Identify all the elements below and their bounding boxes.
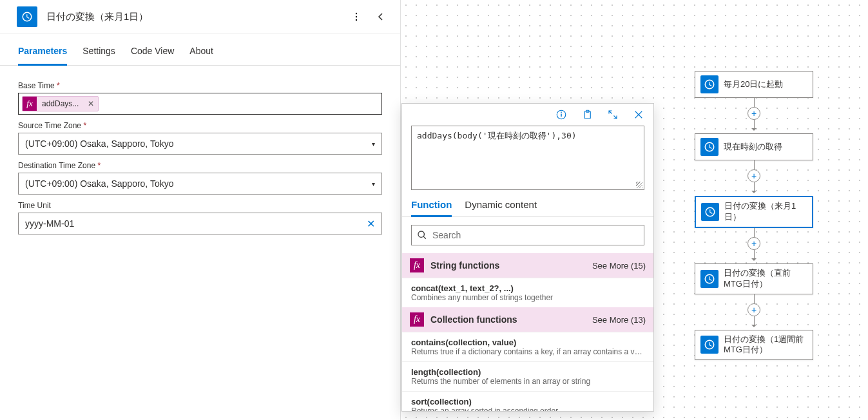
function-search[interactable] bbox=[432, 230, 639, 240]
svg-point-1 bbox=[356, 16, 357, 17]
function-category[interactable]: fxString functionsSee More (15) bbox=[402, 253, 653, 278]
field-label: Time Unit bbox=[18, 201, 382, 210]
add-step-button[interactable]: + bbox=[747, 107, 760, 120]
add-step-button[interactable]: + bbox=[747, 237, 760, 250]
clock-icon bbox=[700, 138, 719, 156]
clock-icon bbox=[701, 203, 719, 221]
properties-panel: 日付の変換（来月1日） ParametersSettingsCode ViewA… bbox=[0, 0, 401, 420]
function-item[interactable]: concat(text_1, text_2?, ...)Combines any… bbox=[402, 278, 653, 307]
flow-diagram: 毎月20日に起動+現在時刻の取得+日付の変換（来月1日）+日付の変換（直前MTG… bbox=[695, 71, 813, 360]
flow-connector: + bbox=[747, 294, 760, 330]
fx-icon: fx bbox=[23, 97, 37, 111]
search-icon bbox=[417, 230, 427, 240]
add-step-button[interactable]: + bbox=[747, 169, 760, 182]
see-more-link[interactable]: See More (13) bbox=[592, 315, 646, 325]
clear-icon[interactable]: ✕ bbox=[367, 218, 375, 230]
info-icon[interactable] bbox=[555, 109, 567, 120]
source-timezone-select[interactable]: (UTC+09:00) Osaka, Sapporo, Tokyo ▾ bbox=[18, 133, 382, 155]
close-icon[interactable] bbox=[633, 109, 644, 120]
svg-rect-4 bbox=[561, 114, 562, 117]
expression-tabs: FunctionDynamic content bbox=[402, 195, 653, 217]
field-label: Source Time Zone * bbox=[18, 121, 382, 130]
tab-dynamic-content[interactable]: Dynamic content bbox=[465, 199, 537, 216]
flow-step[interactable]: 日付の変換（1週間前MTG日付） bbox=[695, 330, 813, 361]
panel-tabs: ParametersSettingsCode ViewAbout bbox=[0, 34, 400, 66]
svg-point-2 bbox=[356, 19, 357, 21]
function-list[interactable]: fxString functionsSee More (15)concat(te… bbox=[402, 253, 653, 411]
svg-point-0 bbox=[356, 13, 357, 14]
expression-editor: addDays(body('現在時刻の取得'),30) FunctionDyna… bbox=[401, 103, 654, 412]
time-unit-input[interactable]: yyyy-MM-01 ✕ bbox=[18, 213, 382, 234]
function-category[interactable]: fxCollection functionsSee More (13) bbox=[402, 307, 653, 332]
flow-step[interactable]: 日付の変換（来月1日） bbox=[695, 196, 813, 228]
flow-connector: + bbox=[747, 228, 760, 263]
chevron-down-icon: ▾ bbox=[372, 140, 375, 148]
remove-token-icon[interactable]: ✕ bbox=[84, 99, 98, 108]
fx-icon: fx bbox=[410, 312, 424, 327]
panel-header: 日付の変換（来月1日） bbox=[0, 0, 400, 34]
field-label: Destination Time Zone * bbox=[18, 161, 382, 170]
flow-connector: + bbox=[747, 160, 760, 196]
parameters-form: Base Time * fx addDays... ✕ Source Time … bbox=[0, 66, 400, 243]
tab-parameters[interactable]: Parameters bbox=[18, 46, 67, 66]
destination-timezone-select[interactable]: (UTC+09:00) Osaka, Sapporo, Tokyo ▾ bbox=[18, 173, 382, 195]
tab-about[interactable]: About bbox=[189, 46, 213, 65]
flow-step[interactable]: 日付の変換（直前MTG日付） bbox=[695, 263, 813, 294]
function-item[interactable]: contains(collection, value)Returns true … bbox=[402, 332, 653, 361]
expression-token: fx addDays... ✕ bbox=[22, 96, 99, 111]
clock-icon bbox=[17, 6, 37, 27]
tab-settings[interactable]: Settings bbox=[82, 46, 115, 65]
more-icon[interactable] bbox=[350, 10, 363, 23]
clock-icon bbox=[700, 75, 719, 93]
function-item[interactable]: length(collection)Returns the number of … bbox=[402, 361, 653, 391]
function-search-input[interactable] bbox=[411, 225, 644, 245]
flow-connector: + bbox=[747, 98, 760, 133]
add-step-button[interactable]: + bbox=[747, 303, 760, 316]
function-item[interactable]: sort(collection)Returns an array sorted … bbox=[402, 391, 653, 411]
clock-icon bbox=[700, 270, 719, 288]
svg-rect-5 bbox=[561, 112, 562, 113]
flow-step[interactable]: 現在時刻の取得 bbox=[695, 133, 813, 160]
expression-textarea[interactable]: addDays(body('現在時刻の取得'),30) bbox=[411, 126, 644, 190]
flow-step[interactable]: 毎月20日に起動 bbox=[695, 71, 813, 98]
collapse-icon[interactable] bbox=[374, 10, 387, 23]
see-more-link[interactable]: See More (15) bbox=[592, 261, 646, 271]
tab-code-view[interactable]: Code View bbox=[131, 46, 174, 65]
paste-icon[interactable] bbox=[581, 109, 593, 120]
fx-icon: fx bbox=[410, 258, 424, 272]
chevron-down-icon: ▾ bbox=[372, 180, 375, 187]
field-label: Base Time * bbox=[18, 81, 382, 90]
panel-title: 日付の変換（来月1日） bbox=[46, 11, 350, 23]
expression-toolbar bbox=[402, 104, 653, 126]
tab-function[interactable]: Function bbox=[411, 199, 452, 217]
clock-icon bbox=[700, 336, 719, 354]
expand-icon[interactable] bbox=[607, 109, 619, 120]
base-time-input[interactable]: fx addDays... ✕ bbox=[18, 93, 382, 115]
